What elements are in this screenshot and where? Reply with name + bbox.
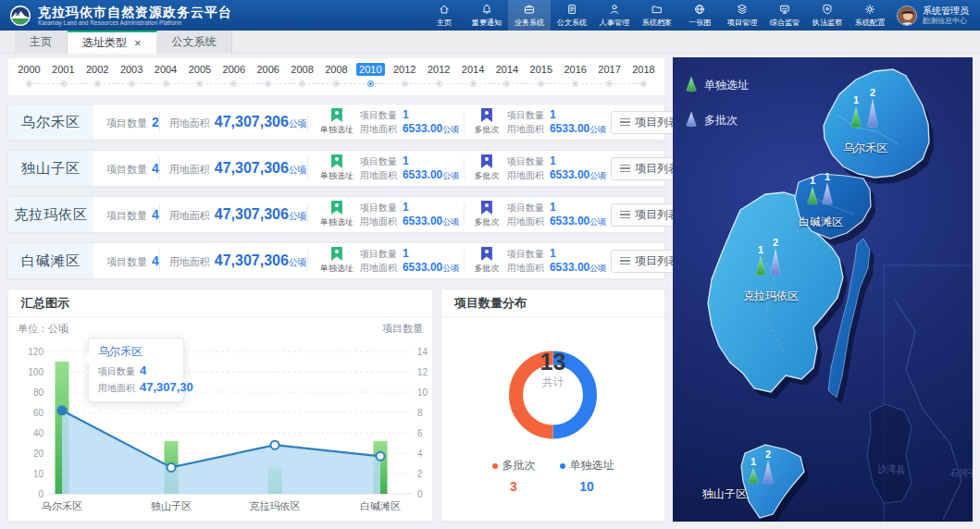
legend-label: 单独选址 xyxy=(570,458,614,474)
briefcase-icon xyxy=(523,3,536,16)
year-item-2001[interactable]: 2001 xyxy=(46,63,81,95)
year-item-2008[interactable]: 2008 xyxy=(285,63,319,95)
donut-legend-1[interactable]: 单独选址10 xyxy=(560,458,614,494)
year-dot xyxy=(436,80,442,87)
single-count: 1 xyxy=(403,108,409,122)
line-point-独山子区[interactable] xyxy=(167,463,176,472)
tab-label: 主页 xyxy=(30,34,52,50)
land-area-value: 47,307,306 xyxy=(215,252,289,269)
district-row-3: 白碱滩区项目数量4用地面积47,307,306公顷单独选址项目数量1用地面积65… xyxy=(7,242,665,279)
year-item-2018[interactable]: 2018 xyxy=(626,63,661,95)
donut-segment-多批次[interactable] xyxy=(516,358,553,432)
year-item-2006[interactable]: 2006 xyxy=(251,63,285,95)
nav-item-2[interactable]: 业务系统 xyxy=(508,0,551,31)
year-item-2004[interactable]: 2004 xyxy=(149,63,183,95)
year-dot xyxy=(230,80,237,87)
nav-item-9[interactable]: 执法监察 xyxy=(806,0,849,31)
year-item-2000[interactable]: 2000 xyxy=(12,63,46,95)
tooltip-label: 项目数量 xyxy=(98,363,135,379)
year-item-2005[interactable]: 2005 xyxy=(182,63,217,95)
category-label: 独山子区 xyxy=(151,500,192,511)
svg-text:10: 10 xyxy=(417,388,428,398)
single-site-badge: 单独选址 xyxy=(314,201,360,228)
tooltip-value: 47,307,30 xyxy=(140,379,193,395)
donut-legend-0[interactable]: 多批次3 xyxy=(492,458,536,494)
year-item-2003[interactable]: 2003 xyxy=(115,63,149,95)
avatar[interactable] xyxy=(897,6,917,26)
donut-segment-单独选址[interactable] xyxy=(553,358,590,432)
year-dot xyxy=(470,80,477,87)
bookmark-blue-icon xyxy=(481,247,492,261)
map-district-label: 白碱滩区 xyxy=(799,215,843,228)
year-label: 2017 xyxy=(595,63,623,76)
year-dot xyxy=(367,80,374,87)
project-count-value: 2 xyxy=(152,115,159,129)
nav-item-5[interactable]: 系统档案 xyxy=(636,0,678,31)
year-item-2014[interactable]: 2014 xyxy=(456,63,490,95)
layers-icon xyxy=(736,3,749,16)
year-item-2002[interactable]: 2002 xyxy=(81,63,115,95)
line-point-白碱滩区[interactable] xyxy=(377,452,385,461)
tab-0[interactable]: 主页 xyxy=(15,31,68,54)
neighbor-label: 石河子 xyxy=(949,468,973,478)
list-icon xyxy=(620,165,630,173)
home-icon xyxy=(438,3,451,16)
svg-text:14: 14 xyxy=(417,347,428,357)
single-area: 6533.00 xyxy=(403,215,442,228)
year-item-2016[interactable]: 2016 xyxy=(558,63,592,95)
area-unit: 公顷 xyxy=(289,164,307,177)
year-dot xyxy=(196,80,203,87)
year-label: 2010 xyxy=(356,63,384,76)
nav-item-10[interactable]: 系统配置 xyxy=(849,0,891,31)
nav-item-3[interactable]: 公文系统 xyxy=(551,0,593,31)
donut-title: 项目数量分布 xyxy=(441,289,664,317)
year-timeline: 2000200120022003200420052006200620082008… xyxy=(8,58,664,95)
year-item-2006[interactable]: 2006 xyxy=(217,63,251,95)
single-area: 6533.00 xyxy=(403,168,442,182)
left-axis-label: 单位：公顷 xyxy=(18,323,69,334)
legend-dot-icon xyxy=(560,463,565,469)
year-item-2010[interactable]: 2010 xyxy=(354,63,388,95)
single-site-label: 单独选址 xyxy=(320,216,354,228)
user-name: 系统管理员 xyxy=(923,6,969,17)
user-org: 勘测信息中心 xyxy=(923,17,969,26)
nav-item-0[interactable]: 主页 xyxy=(423,0,465,31)
close-icon[interactable]: × xyxy=(134,37,142,49)
year-item-2015[interactable]: 2015 xyxy=(524,63,558,95)
list-icon xyxy=(620,118,630,127)
year-item-2012[interactable]: 2012 xyxy=(388,63,422,95)
year-label: 2003 xyxy=(118,63,145,76)
year-label: 2012 xyxy=(391,63,418,76)
summary-chart-title: 汇总图示 xyxy=(8,289,432,317)
land-area-value: 47,307,306 xyxy=(215,114,289,130)
land-area-value: 47,307,306 xyxy=(215,206,289,223)
multi-area: 6533.00 xyxy=(550,261,589,275)
nav-item-1[interactable]: 重要通知 xyxy=(465,0,508,31)
tab-2[interactable]: 公文系统 xyxy=(157,31,232,54)
tab-label: 公文系统 xyxy=(172,34,217,50)
tab-1[interactable]: 选址类型× xyxy=(68,31,157,54)
year-dot xyxy=(265,80,271,87)
legend-dot-icon xyxy=(492,463,498,469)
nav-item-7[interactable]: 项目管理 xyxy=(721,0,763,31)
year-dot xyxy=(333,80,340,87)
app-header: 克拉玛依市自然资源政务云平台 Karamay Land and Resource… xyxy=(0,0,980,31)
nav-item-6[interactable]: 一张图 xyxy=(678,0,721,31)
year-item-2008[interactable]: 2008 xyxy=(319,63,354,95)
user-info[interactable]: 系统管理员 勘测信息中心 xyxy=(891,6,980,26)
year-item-2017[interactable]: 2017 xyxy=(592,63,626,95)
nav-item-8[interactable]: 综合监管 xyxy=(763,0,806,31)
year-item-2012[interactable]: 2012 xyxy=(422,63,456,95)
project-count-value: 4 xyxy=(152,161,159,176)
line-point-乌尔禾区[interactable] xyxy=(58,406,67,414)
donut-chart xyxy=(441,319,664,458)
district-name: 独山子区 xyxy=(8,151,93,186)
year-label: 2016 xyxy=(561,63,589,76)
year-item-2014[interactable]: 2014 xyxy=(490,63,524,95)
single-area: 6533.00 xyxy=(403,261,442,275)
main-nav: 主页重要通知业务系统公文系统人事管理系统档案一张图项目管理综合监管执法监察系统配… xyxy=(423,0,891,31)
marker-count-single: 1 xyxy=(758,244,763,255)
line-point-克拉玛依区[interactable] xyxy=(271,441,279,449)
nav-item-4[interactable]: 人事管理 xyxy=(593,0,636,31)
bookmark-green-icon xyxy=(331,108,342,122)
